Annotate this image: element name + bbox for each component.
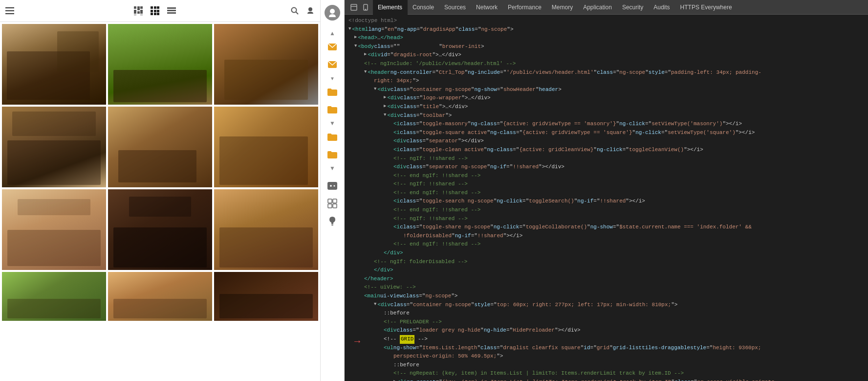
tab-memory[interactable]: Memory bbox=[547, 0, 578, 15]
code-line: <i class="toggle-masonry" ng-class="{act… bbox=[345, 120, 868, 129]
scroll-up-btn[interactable]: ▲ bbox=[323, 28, 342, 38]
grid-item[interactable] bbox=[2, 272, 106, 321]
code-line: <i class="toggle-clean active" ng-class=… bbox=[345, 146, 868, 155]
code-line: ▼<body class=""" browser-init> bbox=[345, 43, 868, 51]
sidebar-item-folder-4[interactable] bbox=[323, 146, 342, 163]
devtools-panel: Elements Console Sources Network Perform… bbox=[345, 0, 868, 381]
tab-network[interactable]: Network bbox=[471, 0, 503, 15]
tab-https-everywhere[interactable]: HTTPS Everywhere bbox=[675, 0, 738, 15]
grid-item[interactable] bbox=[2, 189, 106, 270]
list-view-icon[interactable] bbox=[167, 6, 176, 16]
tab-security[interactable]: Security bbox=[617, 0, 649, 15]
search-icon[interactable] bbox=[290, 6, 300, 16]
svg-line-24 bbox=[296, 12, 299, 15]
svg-rect-17 bbox=[151, 13, 153, 15]
grid-item[interactable] bbox=[214, 189, 318, 270]
grid-item[interactable] bbox=[108, 24, 212, 105]
svg-point-26 bbox=[330, 9, 335, 14]
tab-performance[interactable]: Performance bbox=[503, 0, 547, 15]
code-line: <i class="toggle-square active" ng-class… bbox=[345, 129, 868, 137]
user-icon[interactable] bbox=[305, 6, 315, 16]
svg-point-25 bbox=[308, 7, 312, 11]
svg-rect-6 bbox=[134, 10, 136, 14]
svg-rect-9 bbox=[134, 15, 136, 15]
masonry-view-icon[interactable] bbox=[133, 6, 143, 16]
code-line: <!doctype html> bbox=[345, 17, 868, 25]
code-line: <!-- end ngIf: !!shared --> bbox=[345, 189, 868, 198]
code-line: ▼<div class="container ng-scope" style="… bbox=[345, 301, 868, 310]
grid-item[interactable] bbox=[214, 107, 318, 187]
svg-rect-20 bbox=[167, 7, 176, 9]
tab-elements[interactable]: Elements bbox=[373, 0, 408, 15]
svg-rect-3 bbox=[134, 6, 136, 9]
tab-application[interactable]: Application bbox=[578, 0, 617, 15]
grid-item[interactable] bbox=[108, 107, 212, 187]
svg-rect-38 bbox=[351, 4, 357, 10]
tab-sources[interactable]: Sources bbox=[439, 0, 471, 15]
scroll-down2-btn[interactable]: ▼ bbox=[323, 163, 342, 173]
sidebar-item-folder-3[interactable] bbox=[323, 128, 342, 146]
devtools-tabs: Elements Console Sources Network Perform… bbox=[345, 0, 868, 15]
code-line: ▶<div id="dragdis-root">…</div> bbox=[345, 51, 868, 60]
code-line: ▼<html lang="en" ng-app="dragdisApp" cla… bbox=[345, 25, 868, 34]
grid-item[interactable] bbox=[214, 24, 318, 105]
svg-rect-12 bbox=[154, 6, 156, 9]
code-line: ▶<div class="logo-wrapper">…</div> bbox=[345, 94, 868, 103]
code-line: <!-- end ngIf: !!shared --> bbox=[345, 206, 868, 215]
svg-point-23 bbox=[292, 8, 297, 13]
code-line: </header> bbox=[345, 275, 868, 284]
svg-rect-19 bbox=[157, 13, 159, 15]
code-line: <!-- uiView: --> bbox=[345, 283, 868, 292]
sidebar-item-grid[interactable] bbox=[323, 195, 342, 212]
code-line: ::before bbox=[345, 361, 868, 370]
svg-rect-0 bbox=[5, 7, 14, 8]
code-line: ▼<header ng-controller="Ctrl_Top" ng-inc… bbox=[345, 68, 868, 77]
svg-point-41 bbox=[365, 9, 366, 10]
sidebar-item-mail-1[interactable] bbox=[323, 38, 342, 56]
code-line: </div> bbox=[345, 249, 868, 258]
code-line: </div> bbox=[345, 266, 868, 275]
mobile-icon[interactable] bbox=[361, 3, 370, 12]
code-line: <i class="toggle-search ng-scope" ng-cli… bbox=[345, 197, 868, 206]
devtools-code-content[interactable]: <!doctype html> ▼<html lang="en" ng-app=… bbox=[345, 15, 868, 381]
grid-highlight: GRID bbox=[400, 335, 414, 344]
scroll-down-btn[interactable]: ▼ bbox=[323, 118, 342, 128]
grid-item[interactable] bbox=[108, 272, 212, 321]
sidebar-item-folder-1[interactable] bbox=[323, 83, 342, 101]
grid-item[interactable] bbox=[214, 272, 318, 321]
sidebar-item-game[interactable] bbox=[323, 177, 342, 195]
svg-rect-37 bbox=[331, 224, 333, 225]
svg-rect-16 bbox=[157, 10, 159, 12]
code-line: <!-- ngInclude: '/public/views/header.ht… bbox=[345, 60, 868, 68]
grid-item[interactable] bbox=[108, 189, 212, 270]
code-line: <i class="toggle-share ng-scope" ng-clic… bbox=[345, 223, 868, 232]
svg-rect-5 bbox=[140, 6, 143, 9]
avatar[interactable] bbox=[325, 5, 340, 21]
sidebar: ▲ ▼ ▼ ▼ bbox=[320, 0, 345, 381]
code-line: right: 34px;"> bbox=[345, 77, 868, 86]
code-line: <!-- ngRepeat: (key, item) in Items.List… bbox=[345, 369, 868, 378]
grid-item[interactable] bbox=[2, 107, 106, 187]
grid-comment-line: → <!-- GRID --> bbox=[345, 335, 868, 344]
menu-icon[interactable] bbox=[5, 6, 15, 16]
code-line: perspective-origin: 50% 469.5px;"> bbox=[345, 352, 868, 361]
code-line: <!-- ngIf: !!shared --> bbox=[345, 180, 868, 189]
code-line: <ul ng-show="Items.List.length" class="d… bbox=[345, 344, 868, 353]
code-line: <!-- ngIf: folderDisabled --> bbox=[345, 258, 868, 267]
svg-point-32 bbox=[334, 185, 335, 187]
svg-rect-7 bbox=[137, 11, 140, 14]
code-line: <!-- PRELOADER --> bbox=[345, 318, 868, 327]
grid-item[interactable] bbox=[2, 24, 106, 105]
square-view-icon[interactable] bbox=[150, 6, 160, 16]
sidebar-item-folder-2[interactable] bbox=[323, 101, 342, 118]
sidebar-item-lightbulb[interactable] bbox=[323, 212, 342, 230]
image-grid-container[interactable] bbox=[0, 22, 320, 381]
svg-rect-35 bbox=[328, 204, 332, 208]
svg-rect-10 bbox=[140, 15, 143, 15]
tab-console[interactable]: Console bbox=[408, 0, 439, 15]
inspect-icon[interactable] bbox=[349, 3, 358, 12]
scroll-mid-btn[interactable]: ▼ bbox=[323, 73, 342, 83]
code-line: <main ui-view class="ng-scope"> bbox=[345, 292, 868, 301]
tab-audits[interactable]: Audits bbox=[649, 0, 675, 15]
sidebar-item-mail-2[interactable] bbox=[323, 56, 342, 73]
